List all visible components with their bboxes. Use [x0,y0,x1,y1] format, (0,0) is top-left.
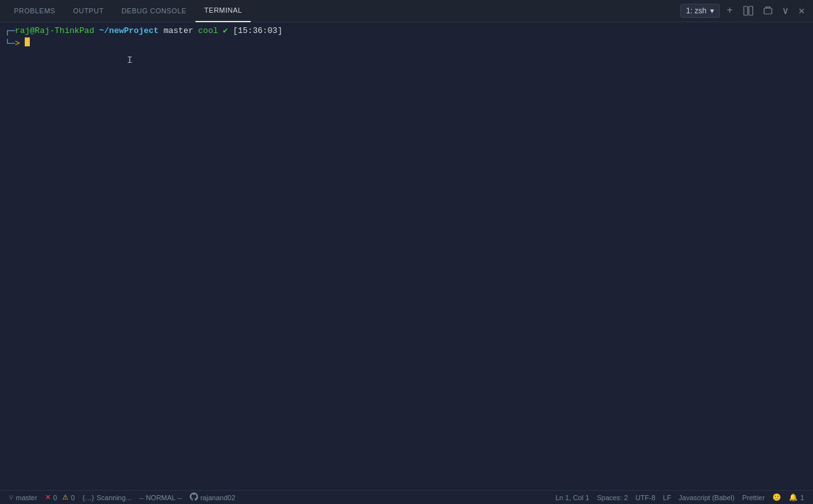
tab-debug-console[interactable]: DEBUG CONSOLE [112,0,195,22]
status-vim-mode[interactable]: -- NORMAL -- [135,491,185,504]
tab-bar-actions: 1: zsh ▾ + ∨ ✕ [680,3,808,18]
prompt-arrow: > [15,37,20,50]
terminal-selector-label: 1: zsh [686,6,706,15]
status-branch-label: master [16,494,37,501]
prompt-at: @ [30,25,35,37]
prompt-time: [15:36:03] [228,25,282,37]
terminal-area[interactable]: ┌─raj@Raj-ThinkPad ~/newProject master c… [0,22,813,490]
prompt-arrow-line: └─ [5,37,15,50]
error-count: 0 [53,494,57,501]
delete-terminal-button[interactable] [760,5,776,17]
vim-mode-label: -- NORMAL -- [139,494,182,501]
prompt-path: ~/newProject [94,25,158,37]
bell-icon: 🔔 [789,493,798,501]
git-branch-icon: ⑂ [9,493,13,502]
status-github[interactable]: rajanand02 [186,491,239,504]
status-emoji[interactable]: 🙂 [769,493,785,501]
prompt-bracket-open: ┌─ [5,25,15,37]
tab-terminal[interactable]: TERMINAL [195,0,251,22]
emoji-icon: 🙂 [772,493,781,501]
add-terminal-button[interactable]: + [724,4,736,18]
terminal-selector[interactable]: 1: zsh ▾ [680,4,720,18]
status-encoding[interactable]: UTF-8 [631,494,659,501]
terminal-input-line[interactable]: └─> [5,37,808,50]
svg-rect-1 [749,6,753,15]
status-notifications[interactable]: 🔔 1 [785,493,808,501]
status-cursor-position[interactable]: Ln 1, Col 1 [552,494,593,501]
notification-count: 1 [800,494,804,501]
svg-rect-2 [764,8,772,14]
status-spaces[interactable]: Spaces: 2 [593,494,631,501]
prompt-cool: cool [193,25,218,37]
terminal-prompt-line: ┌─raj@Raj-ThinkPad ~/newProject master c… [5,25,808,37]
status-git-branch[interactable]: ⑂ master [5,491,41,504]
svg-rect-0 [744,6,748,15]
tab-bar: PROBLEMS OUTPUT DEBUG CONSOLE TERMINAL 1… [0,0,813,22]
error-icon: ✕ [45,493,51,501]
tab-problems[interactable]: PROBLEMS [5,0,64,22]
status-errors[interactable]: ✕ 0 ⚠ 0 [41,491,79,504]
split-terminal-button[interactable] [740,4,757,17]
github-icon [190,493,198,502]
status-language[interactable]: Javascript (Babel) [675,494,738,501]
prompt-checkmark: ✔ [218,25,228,37]
status-formatter[interactable]: Prettier [738,494,768,501]
prompt-branch: master [159,25,194,37]
chevron-down-icon: ▾ [710,6,714,15]
mouse-cursor: I [127,55,133,66]
status-scanning[interactable]: {…} Scanning... [79,491,135,504]
prompt-user: raj [15,25,30,37]
status-line-ending[interactable]: LF [659,494,675,501]
github-username: rajanand02 [201,494,235,501]
warning-icon: ⚠ [62,493,69,501]
warning-count: 0 [71,494,75,501]
scanning-icon: {…} [83,494,94,501]
tab-output[interactable]: OUTPUT [64,0,112,22]
terminal-cursor [25,37,30,46]
scanning-label: Scanning... [96,494,131,501]
status-bar-right: Ln 1, Col 1 Spaces: 2 UTF-8 LF Javascrip… [552,493,808,501]
close-panel-button[interactable]: ✕ [795,3,808,18]
prompt-host: Raj-ThinkPad [35,25,95,37]
status-bar: ⑂ master ✕ 0 ⚠ 0 {…} Scanning... -- NORM… [0,490,813,504]
collapse-panel-button[interactable]: ∨ [779,3,792,18]
